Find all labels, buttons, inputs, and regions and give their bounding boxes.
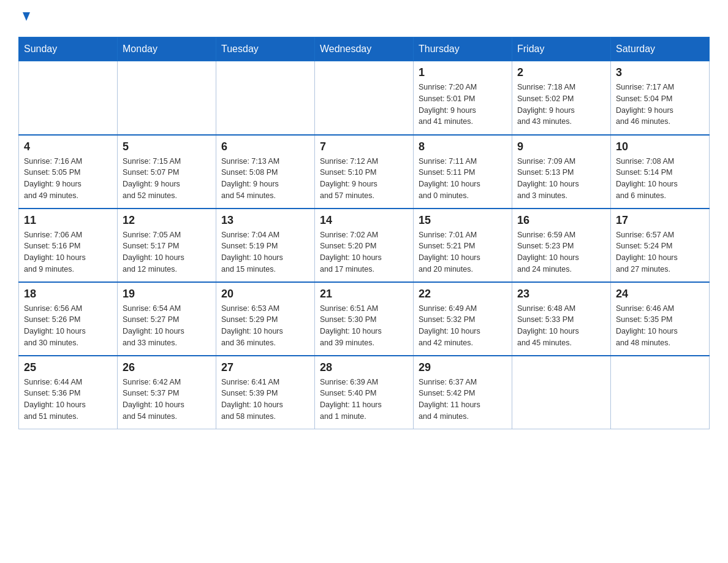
day-info: Sunrise: 7:05 AM Sunset: 5:17 PM Dayligh… xyxy=(123,229,211,275)
calendar-cell: 10Sunrise: 7:08 AM Sunset: 5:14 PM Dayli… xyxy=(611,135,710,209)
day-number: 7 xyxy=(320,140,408,153)
calendar-cell: 7Sunrise: 7:12 AM Sunset: 5:10 PM Daylig… xyxy=(315,135,414,209)
calendar-cell: 20Sunrise: 6:53 AM Sunset: 5:29 PM Dayli… xyxy=(216,282,315,356)
day-number: 8 xyxy=(419,140,507,153)
calendar-table: SundayMondayTuesdayWednesdayThursdayFrid… xyxy=(18,37,710,429)
calendar-cell xyxy=(216,61,315,135)
day-info: Sunrise: 6:59 AM Sunset: 5:23 PM Dayligh… xyxy=(517,229,605,275)
calendar-cell: 15Sunrise: 7:01 AM Sunset: 5:21 PM Dayli… xyxy=(414,209,512,282)
day-number: 26 xyxy=(123,361,211,374)
calendar-week-row: 25Sunrise: 6:44 AM Sunset: 5:36 PM Dayli… xyxy=(19,356,710,429)
calendar-cell: 19Sunrise: 6:54 AM Sunset: 5:27 PM Dayli… xyxy=(118,282,216,356)
day-of-week-header: Friday xyxy=(512,37,611,61)
day-info: Sunrise: 6:42 AM Sunset: 5:37 PM Dayligh… xyxy=(123,377,211,423)
day-info: Sunrise: 6:48 AM Sunset: 5:33 PM Dayligh… xyxy=(517,303,605,349)
day-number: 16 xyxy=(517,214,605,227)
calendar-cell: 29Sunrise: 6:37 AM Sunset: 5:42 PM Dayli… xyxy=(414,356,512,429)
day-info: Sunrise: 7:17 AM Sunset: 5:04 PM Dayligh… xyxy=(616,82,704,128)
calendar-cell xyxy=(19,61,118,135)
calendar-cell xyxy=(315,61,414,135)
day-info: Sunrise: 7:20 AM Sunset: 5:01 PM Dayligh… xyxy=(419,82,507,128)
logo xyxy=(18,12,33,25)
day-number: 17 xyxy=(616,214,704,227)
day-info: Sunrise: 6:53 AM Sunset: 5:29 PM Dayligh… xyxy=(221,303,309,349)
day-info: Sunrise: 6:56 AM Sunset: 5:26 PM Dayligh… xyxy=(24,303,112,349)
calendar-cell: 18Sunrise: 6:56 AM Sunset: 5:26 PM Dayli… xyxy=(19,282,118,356)
calendar-cell: 23Sunrise: 6:48 AM Sunset: 5:33 PM Dayli… xyxy=(512,282,611,356)
day-number: 22 xyxy=(419,288,507,301)
day-number: 5 xyxy=(123,140,211,153)
calendar-cell: 12Sunrise: 7:05 AM Sunset: 5:17 PM Dayli… xyxy=(118,209,216,282)
day-of-week-header: Thursday xyxy=(414,37,512,61)
day-info: Sunrise: 6:41 AM Sunset: 5:39 PM Dayligh… xyxy=(221,377,309,423)
day-info: Sunrise: 7:01 AM Sunset: 5:21 PM Dayligh… xyxy=(419,229,507,275)
calendar-cell: 3Sunrise: 7:17 AM Sunset: 5:04 PM Daylig… xyxy=(611,61,710,135)
calendar-cell: 14Sunrise: 7:02 AM Sunset: 5:20 PM Dayli… xyxy=(315,209,414,282)
day-info: Sunrise: 7:06 AM Sunset: 5:16 PM Dayligh… xyxy=(24,229,112,275)
day-info: Sunrise: 7:13 AM Sunset: 5:08 PM Dayligh… xyxy=(221,156,309,202)
calendar-cell: 22Sunrise: 6:49 AM Sunset: 5:32 PM Dayli… xyxy=(414,282,512,356)
day-info: Sunrise: 6:54 AM Sunset: 5:27 PM Dayligh… xyxy=(123,303,211,349)
day-info: Sunrise: 7:09 AM Sunset: 5:13 PM Dayligh… xyxy=(517,156,605,202)
day-info: Sunrise: 7:15 AM Sunset: 5:07 PM Dayligh… xyxy=(123,156,211,202)
calendar-cell: 21Sunrise: 6:51 AM Sunset: 5:30 PM Dayli… xyxy=(315,282,414,356)
day-info: Sunrise: 7:08 AM Sunset: 5:14 PM Dayligh… xyxy=(616,156,704,202)
day-info: Sunrise: 7:12 AM Sunset: 5:10 PM Dayligh… xyxy=(320,156,408,202)
day-number: 6 xyxy=(221,140,309,153)
calendar-header-row: SundayMondayTuesdayWednesdayThursdayFrid… xyxy=(19,37,710,61)
day-number: 9 xyxy=(517,140,605,153)
calendar-cell xyxy=(118,61,216,135)
logo-triangle-icon xyxy=(20,10,33,23)
day-number: 25 xyxy=(24,361,112,374)
calendar-cell xyxy=(512,356,611,429)
calendar-week-row: 1Sunrise: 7:20 AM Sunset: 5:01 PM Daylig… xyxy=(19,61,710,135)
day-info: Sunrise: 7:02 AM Sunset: 5:20 PM Dayligh… xyxy=(320,229,408,275)
day-info: Sunrise: 6:49 AM Sunset: 5:32 PM Dayligh… xyxy=(419,303,507,349)
calendar-cell: 27Sunrise: 6:41 AM Sunset: 5:39 PM Dayli… xyxy=(216,356,315,429)
day-number: 13 xyxy=(221,214,309,227)
calendar-cell xyxy=(611,356,710,429)
calendar-cell: 2Sunrise: 7:18 AM Sunset: 5:02 PM Daylig… xyxy=(512,61,611,135)
calendar-cell: 16Sunrise: 6:59 AM Sunset: 5:23 PM Dayli… xyxy=(512,209,611,282)
day-info: Sunrise: 6:39 AM Sunset: 5:40 PM Dayligh… xyxy=(320,377,408,423)
day-number: 3 xyxy=(616,66,704,79)
day-number: 2 xyxy=(517,66,605,79)
day-number: 18 xyxy=(24,288,112,301)
day-of-week-header: Monday xyxy=(118,37,216,61)
day-number: 23 xyxy=(517,288,605,301)
page-header xyxy=(18,12,710,25)
day-number: 15 xyxy=(419,214,507,227)
calendar-cell: 26Sunrise: 6:42 AM Sunset: 5:37 PM Dayli… xyxy=(118,356,216,429)
day-info: Sunrise: 6:37 AM Sunset: 5:42 PM Dayligh… xyxy=(419,377,507,423)
day-info: Sunrise: 6:44 AM Sunset: 5:36 PM Dayligh… xyxy=(24,377,112,423)
calendar-cell: 4Sunrise: 7:16 AM Sunset: 5:05 PM Daylig… xyxy=(19,135,118,209)
day-number: 10 xyxy=(616,140,704,153)
day-info: Sunrise: 7:16 AM Sunset: 5:05 PM Dayligh… xyxy=(24,156,112,202)
day-of-week-header: Tuesday xyxy=(216,37,315,61)
calendar-cell: 1Sunrise: 7:20 AM Sunset: 5:01 PM Daylig… xyxy=(414,61,512,135)
day-number: 20 xyxy=(221,288,309,301)
day-info: Sunrise: 7:04 AM Sunset: 5:19 PM Dayligh… xyxy=(221,229,309,275)
day-number: 12 xyxy=(123,214,211,227)
calendar-cell: 25Sunrise: 6:44 AM Sunset: 5:36 PM Dayli… xyxy=(19,356,118,429)
day-info: Sunrise: 6:51 AM Sunset: 5:30 PM Dayligh… xyxy=(320,303,408,349)
calendar-cell: 8Sunrise: 7:11 AM Sunset: 5:11 PM Daylig… xyxy=(414,135,512,209)
day-number: 11 xyxy=(24,214,112,227)
calendar-cell: 9Sunrise: 7:09 AM Sunset: 5:13 PM Daylig… xyxy=(512,135,611,209)
day-number: 27 xyxy=(221,361,309,374)
calendar-cell: 24Sunrise: 6:46 AM Sunset: 5:35 PM Dayli… xyxy=(611,282,710,356)
calendar-cell: 5Sunrise: 7:15 AM Sunset: 5:07 PM Daylig… xyxy=(118,135,216,209)
day-number: 21 xyxy=(320,288,408,301)
calendar-cell: 28Sunrise: 6:39 AM Sunset: 5:40 PM Dayli… xyxy=(315,356,414,429)
day-number: 4 xyxy=(24,140,112,153)
day-of-week-header: Sunday xyxy=(19,37,118,61)
day-of-week-header: Saturday xyxy=(611,37,710,61)
day-of-week-header: Wednesday xyxy=(315,37,414,61)
day-info: Sunrise: 6:57 AM Sunset: 5:24 PM Dayligh… xyxy=(616,229,704,275)
calendar-cell: 13Sunrise: 7:04 AM Sunset: 5:19 PM Dayli… xyxy=(216,209,315,282)
day-number: 14 xyxy=(320,214,408,227)
day-number: 24 xyxy=(616,288,704,301)
calendar-week-row: 11Sunrise: 7:06 AM Sunset: 5:16 PM Dayli… xyxy=(19,209,710,282)
day-info: Sunrise: 6:46 AM Sunset: 5:35 PM Dayligh… xyxy=(616,303,704,349)
day-number: 1 xyxy=(419,66,507,79)
